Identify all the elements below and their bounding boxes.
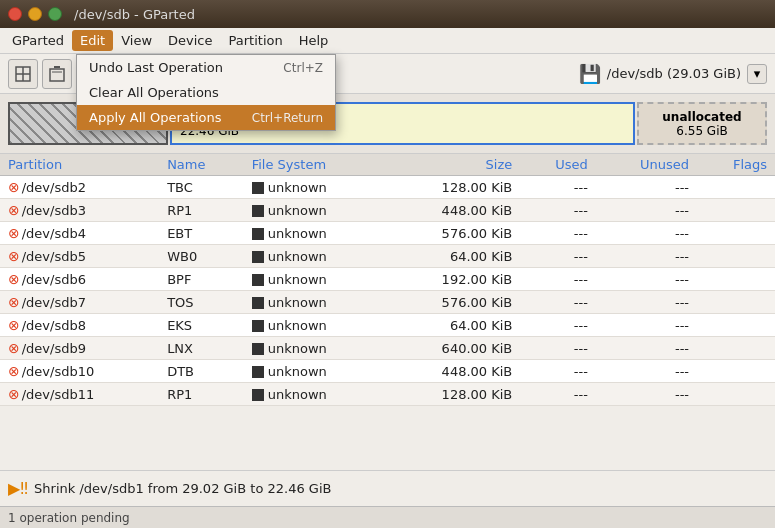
cell-unused: --- xyxy=(596,199,697,222)
cell-used: --- xyxy=(520,268,596,291)
cell-flags xyxy=(697,314,775,337)
cell-filesystem: unknown xyxy=(244,291,386,314)
partition-table: Partition Name File System Size Used Unu… xyxy=(0,154,775,406)
cell-name: DTB xyxy=(159,360,244,383)
filesystem-color-box xyxy=(252,205,264,217)
minimize-button[interactable] xyxy=(28,7,42,21)
table-row[interactable]: ⊗/dev/sdb9LNXunknown640.00 KiB------ xyxy=(0,337,775,360)
cell-used: --- xyxy=(520,176,596,199)
filesystem-color-box xyxy=(252,366,264,378)
cell-used: --- xyxy=(520,291,596,314)
new-partition-table-button[interactable] xyxy=(8,59,38,89)
edit-dropdown-menu: Undo Last Operation Ctrl+Z Clear All Ope… xyxy=(76,54,336,131)
cell-name: RP1 xyxy=(159,383,244,406)
filesystem-color-box xyxy=(252,228,264,240)
error-icon: ⊗ xyxy=(8,294,20,310)
partition-table-area: Partition Name File System Size Used Unu… xyxy=(0,154,775,470)
menu-gparted[interactable]: GParted xyxy=(4,30,72,51)
menu-view[interactable]: View xyxy=(113,30,160,51)
cell-flags xyxy=(697,383,775,406)
cell-filesystem: unknown xyxy=(244,268,386,291)
pending-operation-text: Shrink /dev/sdb1 from 29.02 GiB to 22.46… xyxy=(34,481,331,496)
filesystem-color-box xyxy=(252,182,264,194)
device-name: /dev/sdb (29.03 GiB) xyxy=(607,66,741,81)
col-used: Used xyxy=(520,154,596,176)
close-button[interactable] xyxy=(8,7,22,21)
cell-partition: ⊗/dev/sdb8 xyxy=(0,314,159,337)
cell-size: 128.00 KiB xyxy=(385,383,520,406)
filesystem-color-box xyxy=(252,320,264,332)
cell-filesystem: unknown xyxy=(244,199,386,222)
cell-name: RP1 xyxy=(159,199,244,222)
cell-flags xyxy=(697,337,775,360)
device-dropdown-button[interactable]: ▾ xyxy=(747,64,767,84)
col-flags: Flags xyxy=(697,154,775,176)
error-icon: ⊗ xyxy=(8,179,20,195)
cell-name: WB0 xyxy=(159,245,244,268)
cell-size: 64.00 KiB xyxy=(385,245,520,268)
cell-partition: ⊗/dev/sdb3 xyxy=(0,199,159,222)
error-icon: ⊗ xyxy=(8,225,20,241)
cell-unused: --- xyxy=(596,337,697,360)
cell-flags xyxy=(697,245,775,268)
shrink-icon: ▶‼ xyxy=(8,479,28,498)
cell-partition: ⊗/dev/sdb2 xyxy=(0,176,159,199)
cell-unused: --- xyxy=(596,383,697,406)
filesystem-color-box xyxy=(252,297,264,309)
cell-filesystem: unknown xyxy=(244,360,386,383)
cell-partition: ⊗/dev/sdb5 xyxy=(0,245,159,268)
filesystem-color-box xyxy=(252,251,264,263)
table-row[interactable]: ⊗/dev/sdb2TBCunknown128.00 KiB------ xyxy=(0,176,775,199)
table-row[interactable]: ⊗/dev/sdb10DTBunknown448.00 KiB------ xyxy=(0,360,775,383)
table-row[interactable]: ⊗/dev/sdb3RP1unknown448.00 KiB------ xyxy=(0,199,775,222)
cell-unused: --- xyxy=(596,360,697,383)
cell-used: --- xyxy=(520,337,596,360)
partition-table-container[interactable]: Partition Name File System Size Used Unu… xyxy=(0,154,775,470)
col-unused: Unused xyxy=(596,154,697,176)
col-partition: Partition xyxy=(0,154,159,176)
cell-name: LNX xyxy=(159,337,244,360)
error-icon: ⊗ xyxy=(8,386,20,402)
cell-unused: --- xyxy=(596,176,697,199)
cell-filesystem: unknown xyxy=(244,245,386,268)
device-selector: 💾 /dev/sdb (29.03 GiB) ▾ xyxy=(579,63,767,84)
disk-unallocated[interactable]: unallocated 6.55 GiB xyxy=(637,102,767,145)
cell-flags xyxy=(697,268,775,291)
cell-unused: --- xyxy=(596,291,697,314)
menu-edit[interactable]: Edit xyxy=(72,30,113,51)
table-row[interactable]: ⊗/dev/sdb11RP1unknown128.00 KiB------ xyxy=(0,383,775,406)
error-icon: ⊗ xyxy=(8,363,20,379)
table-row[interactable]: ⊗/dev/sdb8EKSunknown64.00 KiB------ xyxy=(0,314,775,337)
cell-used: --- xyxy=(520,383,596,406)
menu-apply-operations[interactable]: Apply All Operations Ctrl+Return xyxy=(77,105,335,130)
cell-size: 448.00 KiB xyxy=(385,360,520,383)
cell-unused: --- xyxy=(596,222,697,245)
error-icon: ⊗ xyxy=(8,271,20,287)
table-row[interactable]: ⊗/dev/sdb6BPFunknown192.00 KiB------ xyxy=(0,268,775,291)
maximize-button[interactable] xyxy=(48,7,62,21)
cell-size: 576.00 KiB xyxy=(385,291,520,314)
menubar: GParted Edit View Device Partition Help xyxy=(0,28,775,54)
table-row[interactable]: ⊗/dev/sdb4EBTunknown576.00 KiB------ xyxy=(0,222,775,245)
cell-used: --- xyxy=(520,314,596,337)
menu-clear-operations[interactable]: Clear All Operations xyxy=(77,80,335,105)
cell-flags xyxy=(697,291,775,314)
cell-size: 640.00 KiB xyxy=(385,337,520,360)
delete-partition-button[interactable] xyxy=(42,59,72,89)
cell-partition: ⊗/dev/sdb4 xyxy=(0,222,159,245)
filesystem-color-box xyxy=(252,343,264,355)
table-row[interactable]: ⊗/dev/sdb7TOSunknown576.00 KiB------ xyxy=(0,291,775,314)
menu-undo-operation[interactable]: Undo Last Operation Ctrl+Z xyxy=(77,55,335,80)
cell-unused: --- xyxy=(596,245,697,268)
menu-device[interactable]: Device xyxy=(160,30,220,51)
error-icon: ⊗ xyxy=(8,340,20,356)
error-icon: ⊗ xyxy=(8,202,20,218)
menu-help[interactable]: Help xyxy=(291,30,337,51)
cell-flags xyxy=(697,176,775,199)
cell-size: 128.00 KiB xyxy=(385,176,520,199)
cell-used: --- xyxy=(520,222,596,245)
cell-filesystem: unknown xyxy=(244,314,386,337)
table-row[interactable]: ⊗/dev/sdb5WB0unknown64.00 KiB------ xyxy=(0,245,775,268)
cell-name: BPF xyxy=(159,268,244,291)
menu-partition[interactable]: Partition xyxy=(221,30,291,51)
